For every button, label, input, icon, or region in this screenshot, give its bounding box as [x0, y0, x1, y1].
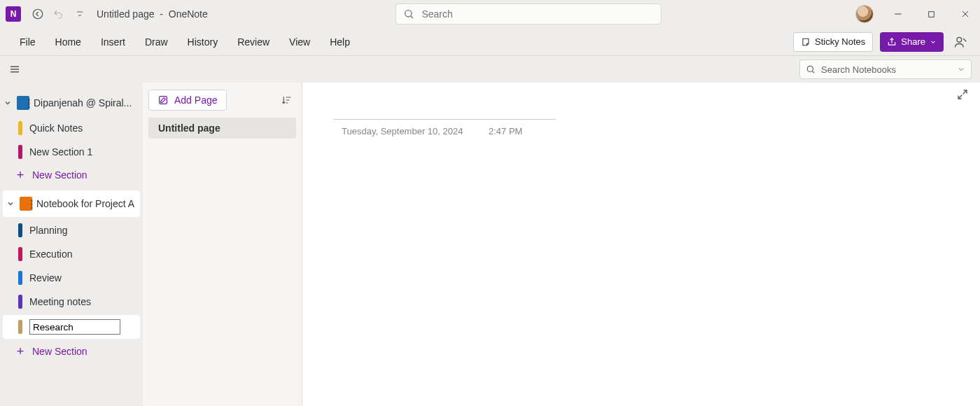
plus-icon: +	[15, 168, 25, 183]
plus-icon: +	[15, 344, 25, 359]
section-quick-notes[interactable]: Quick Notes	[0, 116, 143, 140]
menu-insert[interactable]: Insert	[91, 32, 135, 52]
qat-dropdown[interactable]	[70, 4, 90, 24]
notebook-icon	[17, 96, 29, 110]
window-title-page: Untitled page	[97, 8, 155, 20]
new-section-button[interactable]: + New Section	[0, 340, 143, 363]
search-icon	[403, 8, 414, 20]
menu-view[interactable]: View	[279, 32, 320, 52]
undo-button[interactable]	[49, 4, 69, 24]
section-rename-input[interactable]	[29, 319, 120, 335]
section-research-editing[interactable]	[3, 315, 140, 339]
svg-point-0	[33, 9, 43, 19]
section-new-section-1[interactable]: New Section 1	[0, 140, 143, 164]
chevron-down-icon	[930, 38, 937, 46]
page-title-line	[333, 119, 556, 120]
content-area: Dipanjenah @ Spiral... Quick Notes New S…	[0, 83, 980, 406]
fullscreen-button[interactable]	[956, 88, 972, 104]
titlebar: N Untitled page - OneNote Search	[0, 0, 980, 28]
search-notebooks-input[interactable]: Search Notebooks	[799, 59, 972, 79]
menu-review[interactable]: Review	[227, 32, 279, 52]
back-button[interactable]	[28, 4, 48, 24]
account-avatar[interactable]	[855, 5, 874, 23]
chevron-down-icon	[6, 199, 15, 209]
notebook-row[interactable]: Notebook for Project A	[3, 190, 140, 217]
add-page-button[interactable]: Add Page	[148, 90, 227, 111]
window-title-app: OneNote	[169, 8, 208, 20]
menubar: File Home Insert Draw History Review Vie…	[0, 28, 980, 56]
menu-help[interactable]: Help	[320, 32, 360, 52]
maximize-button[interactable]	[923, 5, 941, 23]
page-canvas[interactable]: Tuesday, September 10, 2024 2:47 PM	[302, 83, 980, 406]
sort-pages-button[interactable]	[278, 91, 296, 109]
page-time: 2:47 PM	[489, 126, 522, 136]
page-list-panel: Add Page Untitled page	[143, 83, 302, 406]
chevron-down-icon	[957, 65, 965, 74]
new-section-button[interactable]: + New Section	[0, 164, 143, 186]
svg-point-1	[405, 10, 412, 17]
sticky-notes-button[interactable]: Sticky Notes	[793, 32, 873, 52]
minimize-button[interactable]	[889, 5, 907, 23]
menu-draw[interactable]: Draw	[135, 32, 178, 52]
onenote-app-icon: N	[6, 6, 21, 22]
feedback-icon[interactable]	[951, 32, 970, 52]
search-placeholder: Search	[421, 8, 452, 20]
subbar: Search Notebooks	[0, 56, 980, 83]
sort-icon	[281, 94, 293, 106]
share-button[interactable]: Share	[880, 32, 944, 52]
page-list-item[interactable]: Untitled page	[148, 118, 296, 139]
notebook-label: Dipanjenah @ Spiral...	[34, 97, 132, 108]
menu-history[interactable]: History	[178, 32, 228, 52]
compose-icon	[158, 94, 169, 106]
notebook-row[interactable]: Dipanjenah @ Spiral...	[0, 90, 143, 116]
sticky-note-icon	[801, 37, 811, 47]
page-date: Tuesday, September 10, 2024	[342, 126, 463, 136]
close-button[interactable]	[956, 5, 974, 23]
search-icon	[806, 64, 816, 74]
menu-file[interactable]: File	[10, 32, 46, 52]
svg-point-3	[957, 37, 962, 42]
svg-rect-2	[929, 11, 934, 17]
section-planning[interactable]: Planning	[0, 218, 143, 242]
section-meeting-notes[interactable]: Meeting notes	[0, 290, 143, 314]
chevron-down-icon	[3, 98, 13, 108]
notebook-icon	[20, 197, 32, 211]
section-execution[interactable]: Execution	[0, 242, 143, 266]
share-icon	[887, 37, 897, 47]
nav-toggle-button[interactable]	[6, 60, 24, 78]
menu-home[interactable]: Home	[46, 32, 91, 52]
section-review[interactable]: Review	[0, 266, 143, 290]
svg-point-4	[807, 66, 813, 71]
search-box[interactable]: Search	[396, 4, 662, 24]
notebook-sidebar: Dipanjenah @ Spiral... Quick Notes New S…	[0, 83, 143, 406]
notebook-label: Notebook for Project A	[36, 198, 134, 209]
window-title: Untitled page - OneNote	[97, 8, 208, 20]
